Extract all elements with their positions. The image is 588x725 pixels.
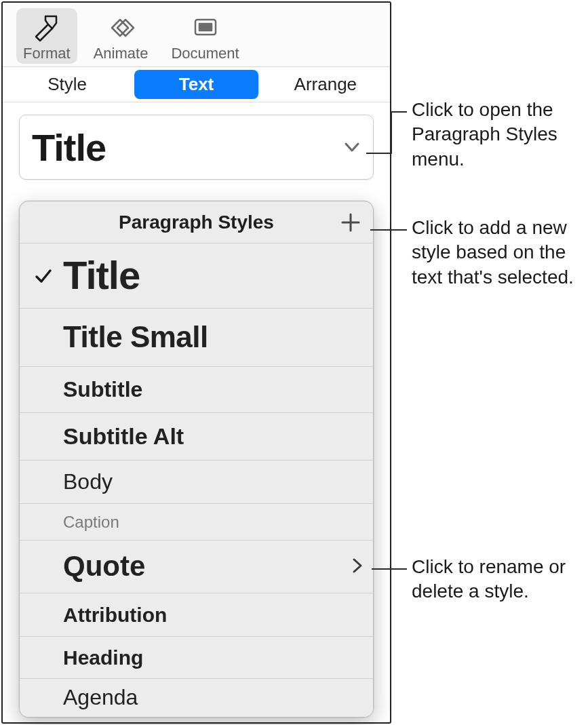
tab-style[interactable]: Style [5, 70, 129, 99]
format-label: Format [23, 45, 71, 62]
svg-rect-1 [199, 24, 212, 31]
document-icon [188, 12, 223, 43]
style-label: Title Small [63, 321, 208, 353]
style-item-attribution[interactable]: Attribution [20, 593, 373, 637]
document-button[interactable]: Document [164, 8, 246, 64]
format-icon [29, 12, 64, 43]
chevron-down-icon [342, 137, 362, 157]
callout-connector [391, 111, 392, 154]
style-item-subtitle[interactable]: Subtitle [20, 367, 373, 413]
style-label: Attribution [63, 604, 167, 626]
tab-text[interactable]: Text [134, 70, 258, 99]
style-label: Subtitle Alt [63, 425, 184, 449]
add-style-button[interactable] [339, 211, 362, 234]
callout-connector [366, 153, 392, 154]
style-item-title[interactable]: Title [20, 243, 373, 309]
callout-connector [370, 229, 407, 231]
callout-add-style: Click to add a new style based on the te… [412, 216, 588, 290]
style-label: Body [63, 471, 113, 494]
animate-icon [103, 12, 138, 43]
tab-arrange[interactable]: Arrange [264, 70, 387, 99]
animate-label: Animate [94, 45, 149, 62]
style-item-subtitle-alt[interactable]: Subtitle Alt [20, 413, 373, 461]
callout-connector [391, 111, 407, 113]
style-label: Agenda [63, 686, 138, 709]
format-button[interactable]: Format [16, 8, 77, 64]
checkmark-icon [33, 266, 63, 286]
inspector-tabs: Style Text Arrange [3, 67, 390, 102]
style-item-body[interactable]: Body [20, 461, 373, 504]
toolbar: Format Animate Document [3, 3, 390, 67]
style-label: Caption [63, 513, 119, 530]
callout-rename-delete: Click to rename or delete a style. [412, 555, 588, 604]
paragraph-styles-popover: Paragraph Styles Title Title Small [19, 201, 374, 718]
popover-title: Paragraph Styles [119, 212, 274, 233]
current-style-label: Title [32, 125, 106, 170]
style-item-title-small[interactable]: Title Small [20, 309, 373, 367]
styles-list: Title Title Small Subtitle Subtitle Alt … [20, 243, 373, 717]
animate-button[interactable]: Animate [87, 8, 155, 64]
style-item-quote[interactable]: Quote [20, 541, 373, 593]
style-label: Title [63, 255, 140, 296]
chevron-right-icon[interactable] [351, 557, 364, 577]
style-item-agenda[interactable]: Agenda [20, 679, 373, 717]
style-label: Quote [63, 551, 145, 581]
popover-header: Paragraph Styles [20, 201, 373, 243]
document-label: Document [171, 45, 239, 62]
callout-connector [372, 568, 407, 570]
style-label: Heading [63, 647, 143, 669]
style-label: Subtitle [63, 378, 142, 401]
paragraph-style-picker[interactable]: Title [19, 115, 374, 180]
style-item-caption[interactable]: Caption [20, 504, 373, 541]
style-item-heading[interactable]: Heading [20, 637, 373, 679]
callout-open-menu: Click to open the Paragraph Styles menu. [412, 98, 588, 172]
